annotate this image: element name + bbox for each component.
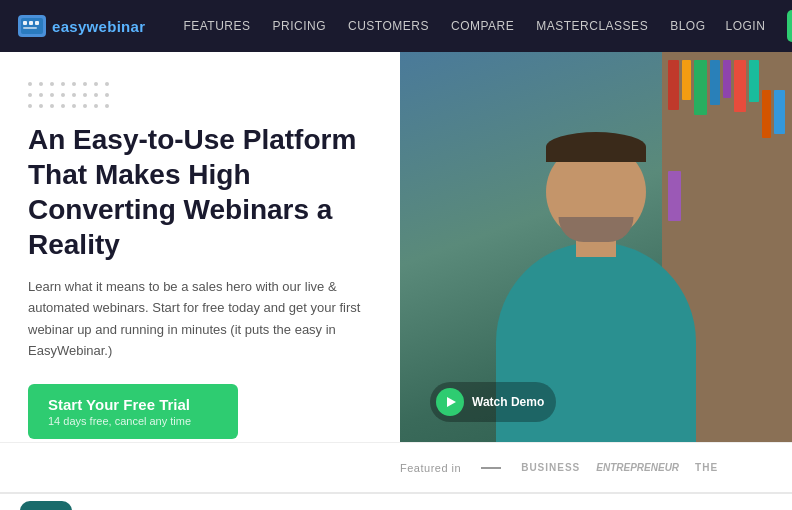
svg-rect-4 [23,27,37,29]
logo-icon [18,15,46,37]
featured-logo-1: BUSINESS [521,462,580,473]
book [694,60,707,115]
cta-main-label: Start Your Free Trial [48,396,218,413]
watch-demo-label: Watch Demo [472,395,544,409]
nav-pricing[interactable]: PRICING [263,13,337,39]
cta-sub-label: 14 days free, cancel any time [48,415,218,427]
hero-description: Learn what it means to be a sales hero w… [28,276,372,362]
dot-pattern [28,82,108,112]
nav-right: LOGIN START YOUR TRIAL [716,10,793,42]
featured-dash [481,467,501,469]
book [749,60,759,102]
svg-rect-2 [29,21,33,25]
trial-button[interactable]: START YOUR TRIAL [787,10,792,42]
book [734,60,746,112]
nav-compare[interactable]: COMPARE [441,13,524,39]
featured-label: Featured in [400,462,461,474]
hero-section: An Easy-to-Use Platform That Makes High … [0,52,792,442]
book [762,90,771,138]
hero-video: Watch Demo [400,52,792,442]
featured-logo-2: Entrepreneur [596,462,679,473]
book [774,90,785,134]
nav-features[interactable]: FEATURES [173,13,260,39]
play-icon [436,388,464,416]
featured-logo-3: THE [695,462,718,473]
svg-rect-1 [23,21,27,25]
svg-rect-0 [21,18,43,34]
nav-links: FEATURES PRICING CUSTOMERS COMPARE MASTE… [173,13,715,39]
play-triangle [447,397,456,407]
featured-logos: BUSINESS Entrepreneur THE [521,462,718,473]
logo-text: easywebinar [52,18,145,35]
book [723,60,731,98]
book [668,60,679,110]
svg-rect-3 [35,21,39,25]
navbar: easywebinar FEATURES PRICING CUSTOMERS C… [0,0,792,52]
nav-blog[interactable]: BLOG [660,13,715,39]
book [682,60,691,100]
nav-masterclasses[interactable]: MASTERCLASSES [526,13,658,39]
watch-demo-button[interactable]: Watch Demo [430,382,556,422]
book [710,60,720,105]
meta-bar: ((( EasyWebinar Makes High Converting We… [0,492,792,510]
logo[interactable]: easywebinar [18,15,145,37]
person-beard [559,217,634,242]
person-hair [546,132,646,162]
login-button[interactable]: LOGIN [716,13,776,39]
meta-app-icon: ((( [20,501,72,510]
cta-button[interactable]: Start Your Free Trial 14 days free, canc… [28,384,238,439]
featured-bar: Featured in BUSINESS Entrepreneur THE [0,442,792,492]
hero-title: An Easy-to-Use Platform That Makes High … [28,122,372,262]
nav-customers[interactable]: CUSTOMERS [338,13,439,39]
hero-left: An Easy-to-Use Platform That Makes High … [0,52,400,442]
